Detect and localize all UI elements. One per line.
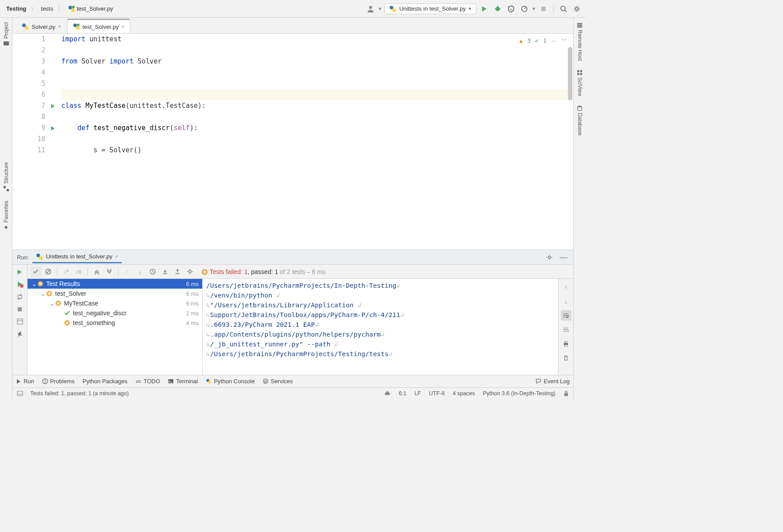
tree-row[interactable]: ⌄test_Solver6 ms [28, 289, 202, 298]
tree-row[interactable]: test_negative_discr2 ms [28, 308, 202, 318]
chevron-down-icon[interactable]: ▾ [379, 5, 382, 12]
prev-button[interactable]: ↑ [122, 266, 133, 277]
close-icon[interactable]: × [121, 24, 124, 30]
pin-button[interactable] [15, 329, 25, 339]
structure-tool-label: Structure [3, 162, 9, 184]
scroll-to-end-button[interactable] [561, 324, 571, 335]
chevron-down-icon[interactable]: ▾ [532, 5, 535, 12]
svg-point-14 [575, 8, 578, 10]
run-button[interactable] [479, 4, 490, 14]
svg-point-21 [76, 26, 80, 30]
left-tool-stripe: Project Structure ★ Favorites [0, 18, 12, 399]
gear-icon[interactable] [571, 4, 582, 14]
breadcrumb-folder[interactable]: tests [38, 4, 56, 13]
close-icon[interactable]: × [115, 254, 118, 260]
tab-solver[interactable]: Solver.py × [16, 20, 67, 33]
lock-icon[interactable] [563, 390, 569, 397]
svg-rect-48 [17, 391, 23, 396]
search-icon[interactable] [558, 4, 569, 14]
editor-scrollbar[interactable] [568, 47, 572, 248]
event-log-button[interactable]: Event Log [535, 378, 570, 385]
cloud-icon[interactable] [384, 390, 391, 397]
tab-test-solver[interactable]: test_Solver.py × [67, 19, 131, 33]
separator [118, 267, 119, 276]
chevron-right-icon: 〉 [58, 5, 64, 13]
import-button[interactable] [160, 266, 170, 277]
close-icon[interactable]: × [58, 24, 61, 30]
code-area[interactable]: import unittestfrom Solver import Solver… [58, 34, 573, 250]
main-toolbar: Testing 〉 tests 〉 test_Solver.py ▾ Unitt… [0, 0, 586, 18]
export-button[interactable] [172, 266, 183, 277]
bottom-tab-problems[interactable]: Problems [42, 378, 75, 385]
breadcrumb-file[interactable]: test_Solver.py [65, 4, 116, 13]
profile-button[interactable] [519, 4, 530, 14]
rerun-failed-button[interactable] [15, 279, 25, 290]
stop-button[interactable] [538, 4, 549, 14]
fail-icon [201, 269, 208, 275]
sort-button[interactable]: ↓ᵃ [61, 266, 72, 277]
next-button[interactable]: ↓ [135, 266, 145, 277]
expand-all-button[interactable] [92, 266, 102, 277]
python-test-icon [73, 23, 80, 30]
sciview-tool[interactable]: SciView [577, 70, 583, 96]
bottom-tab-todo[interactable]: ≔ TODO [136, 378, 160, 385]
bottom-tab-run[interactable]: Run [16, 378, 34, 385]
test-console[interactable]: /Users/jetbrains/PycharmProjects/In-Dept… [203, 279, 558, 375]
svg-rect-53 [577, 26, 582, 28]
bottom-tab-terminal[interactable]: Terminal [168, 378, 198, 385]
tree-row[interactable]: ⌄MyTestCase6 ms [28, 298, 202, 308]
database-tool[interactable]: Database [577, 105, 583, 135]
line-separator[interactable]: LF [415, 390, 421, 397]
run-panel-tab[interactable]: Unittests in test_Solver.py × [32, 251, 122, 263]
tool-window-icon[interactable] [17, 390, 23, 397]
code-editor[interactable]: 1234567891011 import unittestfrom Solver… [12, 34, 573, 250]
layout-button[interactable] [15, 316, 25, 327]
sort-duration-button[interactable]: ↓⏲ [73, 266, 84, 277]
svg-rect-56 [577, 73, 579, 75]
breadcrumb-root[interactable]: Testing [4, 4, 29, 13]
inspection-widget[interactable]: ▲ 3 ✔ 1 ︿ ﹀ [519, 36, 567, 44]
bottom-tab-python-console[interactable]: Python Console [206, 378, 255, 385]
hide-icon[interactable]: — [558, 252, 569, 262]
show-ignored-button[interactable] [43, 266, 53, 277]
rerun-button[interactable] [15, 266, 25, 277]
show-passed-button[interactable] [30, 266, 41, 277]
history-button[interactable] [147, 266, 158, 277]
trash-button[interactable] [561, 353, 571, 363]
star-icon: ★ [3, 224, 9, 230]
collapse-all-button[interactable] [104, 266, 115, 277]
soft-wrap-button[interactable] [561, 310, 571, 321]
status-message: Tests failed: 1, passed: 1 (a minute ago… [30, 390, 129, 397]
favorites-tool[interactable]: ★ Favorites [3, 201, 9, 230]
scroll-down-button[interactable]: ↓ [561, 296, 571, 306]
test-tree[interactable]: ⌄Test Results6 ms⌄test_Solver6 ms⌄MyTest… [28, 279, 203, 375]
debug-button[interactable] [492, 4, 503, 14]
print-button[interactable] [561, 338, 571, 349]
tree-row[interactable]: ⌄Test Results6 ms [28, 279, 202, 289]
python-icon [22, 23, 29, 30]
indent-settings[interactable]: 4 spaces [453, 390, 475, 397]
run-config-selector[interactable]: Unittests in test_Solver.py ▾ [384, 4, 476, 14]
file-encoding[interactable]: UTF-8 [429, 390, 444, 397]
chevron-down-icon[interactable]: ﹀ [561, 36, 567, 44]
bottom-tab-packages[interactable]: Python Packages [83, 378, 128, 385]
chevron-up-icon[interactable]: ︿ [551, 36, 557, 44]
tree-row[interactable]: test_something4 ms [28, 318, 202, 328]
project-tool[interactable]: Project [3, 22, 9, 47]
user-icon[interactable] [365, 4, 376, 14]
svg-line-13 [565, 10, 567, 12]
scrollbar-thumb[interactable] [568, 47, 572, 100]
tab-label: Services [271, 378, 293, 385]
coverage-button[interactable] [506, 4, 516, 14]
scroll-up-button[interactable]: ↑ [561, 282, 571, 292]
python-interpreter[interactable]: Python 3.6 (In-Depth-Testing) [483, 390, 555, 397]
bottom-tab-services[interactable]: Services [263, 378, 293, 385]
toggle-autotest-button[interactable] [15, 291, 25, 302]
gear-icon[interactable] [184, 266, 195, 277]
gear-icon[interactable] [544, 252, 555, 262]
stop-button[interactable] [15, 304, 25, 314]
structure-tool[interactable]: Structure [3, 162, 9, 192]
remote-host-tool[interactable]: Remote Host [577, 22, 583, 61]
caret-position[interactable]: 6:1 [399, 390, 406, 397]
svg-point-23 [36, 254, 40, 257]
